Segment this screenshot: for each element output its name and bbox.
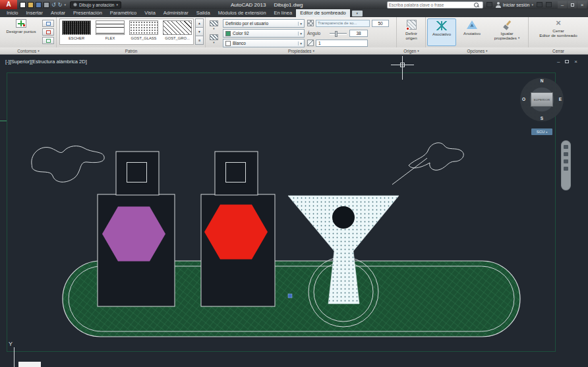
panel-contornos: Designar puntos — [0, 17, 57, 47]
hatch-color-select[interactable]: Color 92 ▾ — [223, 29, 305, 38]
panel-label-cerrar: Cerrar — [529, 47, 588, 55]
signin-button[interactable]: Iniciar sesión ▾ — [496, 2, 533, 8]
search-icon[interactable] — [473, 2, 479, 8]
annotative-icon: A — [467, 20, 477, 30]
hatch-type-select[interactable]: Definido por el usuario ▾ — [223, 19, 305, 28]
bottle-1-neck[interactable] — [116, 152, 159, 195]
compass-south-label[interactable]: S — [520, 116, 564, 121]
close-button[interactable]: × — [577, 1, 587, 9]
tab-inicio[interactable]: Inicio — [3, 9, 22, 17]
tab-en-linea[interactable]: En línea — [270, 9, 297, 17]
select-boundary-objects-button[interactable] — [42, 20, 54, 27]
panel-label-contornos[interactable]: Contornos▾ — [0, 47, 57, 55]
bottle-2-neck[interactable] — [215, 152, 258, 195]
gallery-scroll-down-button[interactable]: ▾ — [195, 28, 204, 36]
hatch-color-value: Color 92 — [233, 31, 249, 36]
background-color-select[interactable]: Blanco ▾ — [223, 39, 305, 47]
viewcube-top-face[interactable]: SUPERIOR — [531, 92, 553, 107]
line-segment[interactable] — [392, 158, 427, 184]
transparency-value[interactable]: 50 — [372, 20, 389, 27]
tab-parametrico[interactable]: Paramétrico — [106, 9, 140, 17]
drawing-close-button[interactable]: × — [574, 59, 577, 65]
plot-icon[interactable] — [44, 2, 49, 8]
chevron-down-icon: ▾ — [518, 36, 519, 40]
workspace-label: Dibujo y anotación — [79, 3, 114, 7]
search-field[interactable] — [387, 1, 483, 9]
angle-slider[interactable] — [330, 33, 347, 35]
help-icon[interactable] — [546, 2, 552, 7]
hatch-spacing-value[interactable]: 1 — [316, 40, 368, 47]
restore-button[interactable] — [568, 1, 577, 9]
pick-points-icon — [16, 19, 26, 28]
close-hatch-editor-button[interactable]: × Cerrar Editor de sombreado — [531, 18, 585, 38]
transparency-icon — [307, 20, 314, 26]
angle-label: Ángulo — [307, 30, 320, 37]
recreate-boundary-button[interactable] — [42, 37, 54, 44]
cloud-icon[interactable] — [537, 2, 543, 7]
tab-salida[interactable]: Salida — [192, 9, 214, 17]
ribbon-options-button[interactable]: ▾ — [352, 11, 363, 16]
angle-value[interactable]: 38 — [349, 30, 368, 37]
grip-point[interactable] — [288, 294, 292, 298]
hatch-layer-button[interactable]: ▾ — [207, 33, 221, 45]
gear-icon — [73, 3, 77, 7]
open-file-icon[interactable] — [28, 2, 34, 8]
drawing-restore-button[interactable] — [565, 60, 569, 63]
spline-blob-left[interactable] — [32, 146, 104, 183]
panel-label-propiedades[interactable]: Propiedades▾ — [206, 47, 397, 55]
match-properties-button[interactable]: Igualar propiedades ▾ — [488, 18, 526, 46]
tab-vista[interactable]: Vista — [140, 9, 160, 17]
tab-editor-sombreado[interactable]: Editor de sombreado — [296, 9, 350, 17]
panel-label-opciones[interactable]: Opciones▾ — [426, 47, 529, 55]
remove-boundary-button[interactable] — [42, 28, 54, 36]
autocad-window: A ↺ ↻ ▾ Dibujo y anotación ▾ AutoCAD 201… — [0, 0, 588, 367]
drawing-minimize-button[interactable]: – — [557, 59, 560, 65]
infocenter: Iniciar sesión ▾ – × — [387, 1, 587, 9]
chevron-down-icon: ▾ — [531, 3, 533, 7]
exchange-icon[interactable] — [486, 2, 492, 7]
search-input[interactable] — [389, 3, 473, 7]
navigation-bar[interactable] — [561, 140, 571, 190]
compass-west-label[interactable]: O — [522, 97, 525, 101]
pattern-escher[interactable]: ESCHER — [61, 20, 92, 40]
hatch-origin-icon — [407, 20, 417, 30]
tab-modulos-extension[interactable]: Módulos de extensión — [214, 9, 270, 17]
tab-insertar[interactable]: Insertar — [22, 9, 47, 17]
olive-circle[interactable] — [332, 206, 355, 229]
tab-administrar[interactable]: Administrar — [160, 9, 192, 17]
viewport-controls[interactable]: [-][Superior][Estructura alámbrica 2D] — [5, 59, 87, 65]
new-file-icon[interactable] — [20, 2, 26, 8]
gost-ground-pattern-icon — [163, 20, 192, 35]
workspace-selector[interactable]: Dibujo y anotación ▾ — [70, 1, 121, 9]
compass-north-label[interactable]: N — [520, 78, 564, 83]
pattern-flex[interactable]: FLEX — [94, 20, 126, 40]
drawing-canvas[interactable]: Y [-][Superior][Estructura alámbrica 2D]… — [0, 55, 588, 367]
pick-points-button[interactable]: Designar puntos — [1, 19, 41, 34]
command-prompt-edge — [18, 362, 41, 367]
drawing-window-controls: – × — [557, 59, 577, 65]
hatch-spacing-icon — [307, 40, 314, 46]
transparency-slider[interactable]: Transparencia de so... — [316, 20, 370, 27]
redo-icon[interactable]: ↻ — [58, 2, 63, 8]
pattern-gost-glass[interactable]: GOST_GLASS — [128, 20, 160, 40]
gallery-expand-button[interactable]: ≡ — [195, 36, 204, 45]
save-icon[interactable] — [36, 2, 42, 8]
undo-icon[interactable]: ↺ — [51, 2, 56, 8]
document-title: AutoCAD 2013 Dibujo1.dwg — [231, 0, 303, 9]
autocad-logo-button[interactable]: A — [0, 0, 17, 9]
panel-label-origen[interactable]: Origen▾ — [397, 47, 426, 55]
minimize-button[interactable]: – — [558, 1, 567, 9]
qat-customize-chevron-icon[interactable]: ▾ — [64, 3, 66, 7]
tab-anotar[interactable]: Anotar — [47, 9, 69, 17]
hatch-type-button[interactable]: ▾ — [207, 19, 221, 32]
pattern-gost-ground[interactable]: GOST_GRO... — [162, 20, 193, 40]
associative-button[interactable]: Asociativo — [427, 18, 456, 46]
scu-dropdown[interactable]: SCU ▾ — [531, 128, 552, 135]
gallery-scroll-up-button[interactable]: ▴ — [195, 18, 204, 28]
tab-presentacion[interactable]: Presentación — [69, 9, 106, 17]
compass-east-label[interactable]: E — [559, 97, 562, 101]
set-origin-button[interactable]: Definir origen — [398, 20, 425, 40]
viewcube-compass[interactable]: N S O E SUPERIOR — [520, 78, 564, 121]
panel-propiedades: ▾ ▾ Definido por el usuario ▾ Color 92 ▾… — [206, 17, 397, 47]
annotative-button[interactable]: A Anotativo — [457, 18, 486, 46]
